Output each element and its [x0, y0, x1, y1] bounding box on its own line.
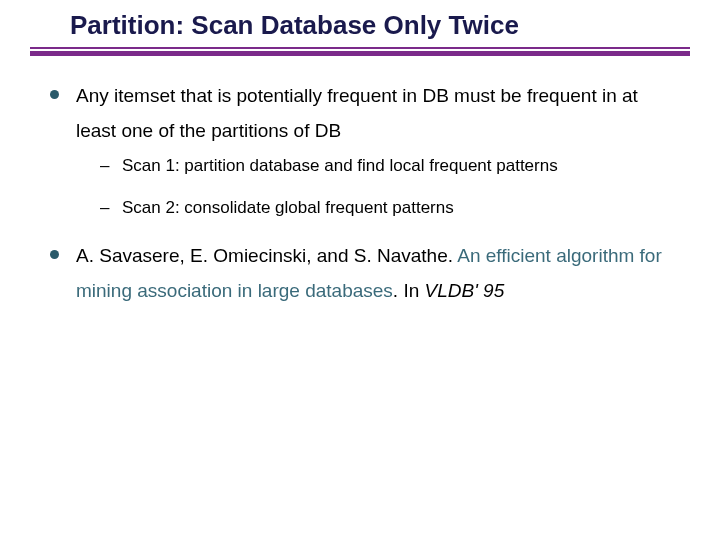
content-area: Any itemset that is potentially frequent… — [0, 56, 720, 308]
bullet-text: Any itemset that is potentially frequent… — [76, 85, 638, 141]
sub-bullet-text: Scan 1: partition database and find loca… — [122, 156, 558, 175]
rule-thin — [30, 47, 690, 49]
sub-bullet-text: Scan 2: consolidate global frequent patt… — [122, 198, 454, 217]
citation-authors: A. Savasere, E. Omiecinski, and S. Navat… — [76, 245, 457, 266]
list-item: A. Savasere, E. Omiecinski, and S. Navat… — [46, 238, 680, 308]
title-underline — [30, 47, 690, 56]
title-block: Partition: Scan Database Only Twice — [0, 0, 650, 41]
slide-title: Partition: Scan Database Only Twice — [70, 10, 650, 41]
citation-tail: . In — [393, 280, 425, 301]
sub-list-item: Scan 2: consolidate global frequent patt… — [98, 196, 680, 220]
bullet-list: Any itemset that is potentially frequent… — [46, 78, 680, 308]
sub-list: Scan 1: partition database and find loca… — [98, 154, 680, 220]
list-item: Any itemset that is potentially frequent… — [46, 78, 680, 220]
sub-list-item: Scan 1: partition database and find loca… — [98, 154, 680, 178]
citation-venue: VLDB' 95 — [425, 280, 505, 301]
